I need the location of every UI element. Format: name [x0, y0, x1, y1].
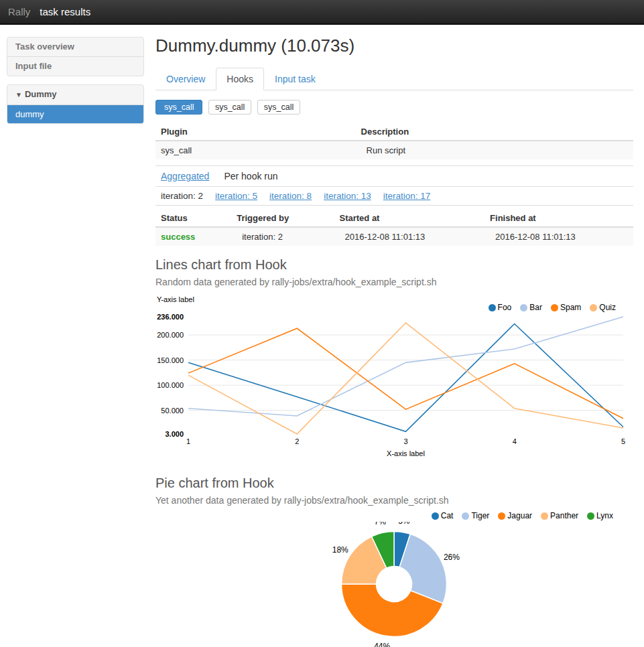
- legend-item[interactable]: Lynx: [587, 511, 613, 520]
- pie-chart-canvas[interactable]: 5%26%44%18%7%: [155, 522, 633, 647]
- status-col-header: Status: [155, 211, 237, 227]
- legend-dot-icon: [551, 304, 558, 311]
- main-content: Dummy.dummy (10.073s) Overview Hooks Inp…: [155, 30, 633, 647]
- pie-slice: [399, 534, 446, 603]
- plugin-cell: sys_call: [155, 141, 361, 159]
- page-title: Dummy.dummy (10.073s): [155, 35, 633, 56]
- lines-chart-subtitle: Random data generated by rally-jobs/extr…: [155, 277, 633, 287]
- pie-chart: CatTigerJaguarPantherLynx 5%26%44%18%7%: [155, 511, 633, 647]
- legend-item[interactable]: Quiz: [590, 303, 616, 312]
- runs-table: Status Triggered by Started at Finished …: [155, 211, 633, 246]
- svg-text:100.000: 100.000: [157, 381, 184, 389]
- legend-dot-icon: [432, 512, 439, 520]
- caret-down-icon: ▼: [15, 91, 22, 98]
- plugin-col-header: Plugin: [155, 125, 361, 141]
- pie-chart-title: Pie chart from Hook: [155, 476, 633, 491]
- sidebar-group-dummy[interactable]: ▼Dummy: [7, 85, 143, 104]
- tab-overview[interactable]: Overview: [155, 68, 216, 90]
- svg-text:X-axis label: X-axis label: [387, 449, 425, 457]
- legend-dot-icon: [462, 512, 469, 520]
- pie-chart-subtitle: Yet another data generated by rally-jobs…: [155, 495, 633, 506]
- iteration-tab-13[interactable]: iteration: 13: [324, 191, 371, 201]
- svg-text:2: 2: [295, 437, 299, 445]
- legend-item[interactable]: Tiger: [462, 511, 489, 520]
- lines-chart-title: Lines chart from Hook: [155, 257, 633, 273]
- svg-text:5: 5: [621, 437, 625, 445]
- legend-item[interactable]: Spam: [551, 303, 581, 312]
- sidebar: Task overview Input file ▼Dummy dummy: [7, 37, 144, 124]
- legend-dot-icon: [590, 304, 597, 311]
- legend-item[interactable]: Foo: [489, 303, 512, 312]
- legend-dot-icon: [541, 512, 548, 520]
- svg-text:3.000: 3.000: [165, 430, 184, 438]
- finished-at-col-header: Finished at: [490, 211, 633, 227]
- iteration-tabs: iteration: 2 iteration: 5 iteration: 8 i…: [155, 187, 633, 206]
- svg-text:18%: 18%: [332, 545, 348, 555]
- svg-text:1: 1: [186, 437, 190, 445]
- sidebar-group-label: Dummy: [25, 89, 57, 99]
- legend-item[interactable]: Cat: [432, 511, 454, 520]
- svg-text:3: 3: [403, 437, 407, 445]
- hook-button-row: sys_call sys_call sys_call: [155, 100, 633, 115]
- runs-table-header-row: Status Triggered by Started at Finished …: [155, 211, 633, 227]
- sidebar-scenario-panel: ▼Dummy dummy: [7, 84, 144, 124]
- svg-text:7%: 7%: [375, 522, 387, 526]
- svg-text:4: 4: [513, 437, 517, 445]
- svg-text:26%: 26%: [444, 553, 460, 562]
- started-at-cell: 2016-12-08 11:01:13: [339, 227, 490, 246]
- iteration-tab-8[interactable]: iteration: 8: [269, 191, 312, 201]
- tab-input-task[interactable]: Input task: [264, 68, 326, 90]
- line-chart-canvas[interactable]: 236.000200.000150.000100.00050.0003.0001…: [155, 293, 633, 459]
- description-col-header: Description: [361, 125, 633, 141]
- sidebar-nav-panel: Task overview Input file: [7, 37, 144, 76]
- y-axis-label: Y-axis label: [157, 295, 194, 303]
- legend-dot-icon: [489, 304, 496, 311]
- legend-item[interactable]: Jaguar: [498, 511, 532, 520]
- finished-at-cell: 2016-12-08 11:01:13: [490, 227, 633, 246]
- iteration-tab-17[interactable]: iteration: 17: [383, 191, 431, 201]
- legend-dot-icon: [587, 512, 594, 520]
- svg-text:50.000: 50.000: [161, 407, 184, 415]
- pie-chart-legend: CatTigerJaguarPantherLynx: [155, 511, 613, 520]
- line-chart: Y-axis label FooBarSpamQuiz 236.000200.0…: [155, 293, 633, 459]
- brand-link[interactable]: Rally: [8, 6, 30, 17]
- line-chart-legend: FooBarSpamQuiz: [489, 303, 616, 312]
- hook-button-sys-call-2[interactable]: sys_call: [208, 100, 251, 115]
- table-row: success iteration: 2 2016-12-08 11:01:13…: [155, 227, 633, 246]
- sidebar-item-task-overview[interactable]: Task overview: [7, 38, 143, 56]
- hook-button-sys-call-1[interactable]: sys_call: [155, 100, 202, 115]
- svg-text:236.000: 236.000: [157, 313, 184, 321]
- svg-text:5%: 5%: [398, 522, 410, 526]
- tab-hooks[interactable]: Hooks: [216, 68, 264, 90]
- legend-item[interactable]: Bar: [520, 303, 542, 312]
- svg-text:200.000: 200.000: [157, 331, 184, 339]
- triggered-by-col-header: Triggered by: [237, 211, 339, 227]
- svg-text:44%: 44%: [374, 642, 390, 647]
- plugin-table-header-row: Plugin Description: [155, 125, 633, 141]
- view-mode-tabs: Aggregated Per hook run: [155, 165, 633, 187]
- status-badge: success: [155, 227, 237, 246]
- tab-bar: Overview Hooks Input task: [155, 68, 633, 90]
- description-cell: Run script: [361, 141, 633, 159]
- legend-dot-icon: [520, 304, 527, 311]
- iteration-tab-2[interactable]: iteration: 2: [161, 191, 203, 201]
- sidebar-item-input-file[interactable]: Input file: [7, 56, 143, 76]
- legend-dot-icon: [498, 512, 505, 520]
- plugin-table: Plugin Description sys_call Run script: [155, 125, 633, 159]
- view-tab-per-hook-run[interactable]: Per hook run: [224, 171, 277, 182]
- iteration-tab-5[interactable]: iteration: 5: [215, 191, 257, 201]
- top-navbar: Rally task results: [0, 0, 644, 25]
- svg-text:150.000: 150.000: [157, 356, 184, 364]
- view-tab-aggregated[interactable]: Aggregated: [161, 171, 209, 182]
- hook-button-sys-call-3[interactable]: sys_call: [257, 100, 300, 115]
- table-row: sys_call Run script: [155, 141, 633, 159]
- sidebar-item-dummy-active[interactable]: dummy: [7, 104, 143, 123]
- started-at-col-header: Started at: [339, 211, 490, 227]
- page-header-title: task results: [40, 6, 90, 17]
- triggered-by-cell: iteration: 2: [237, 227, 339, 246]
- legend-item[interactable]: Panther: [541, 511, 578, 520]
